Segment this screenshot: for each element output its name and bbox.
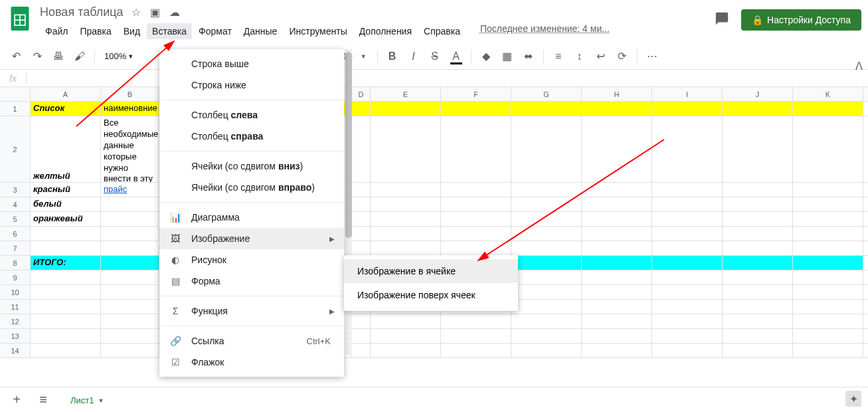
cell-D1[interactable] — [352, 102, 371, 116]
col-header-H[interactable]: H — [582, 87, 652, 101]
col-header-I[interactable]: I — [652, 87, 723, 101]
drawing-icon: ◐ — [169, 255, 182, 265]
menu-data[interactable]: Данные — [238, 23, 283, 39]
row-header-13[interactable]: 13 — [0, 329, 31, 344]
wrap-icon[interactable]: ↩ — [592, 47, 610, 66]
menu-function[interactable]: ΣФункция▶ — [159, 300, 344, 322]
sheet-tab-1[interactable]: Лист1▼ — [60, 390, 114, 409]
row-header-4[interactable]: 4 — [0, 197, 31, 212]
rotate-icon[interactable]: ⟳ — [613, 47, 632, 66]
menu-drawing[interactable]: ◐Рисунок — [159, 249, 344, 270]
menu-chart[interactable]: 📊Диаграмма — [159, 207, 344, 228]
col-header-B[interactable]: B — [101, 87, 159, 101]
menu-addons[interactable]: Дополнения — [354, 23, 417, 39]
redo-icon[interactable]: ↷ — [28, 47, 46, 66]
explore-button[interactable]: ✦ — [845, 391, 861, 407]
valign-icon[interactable]: ↕ — [570, 47, 589, 66]
more-icon[interactable]: ⋯ — [643, 47, 661, 66]
col-header-A[interactable]: A — [31, 87, 101, 101]
menu-help[interactable]: Справка — [418, 23, 466, 39]
cell-B1[interactable]: наименовние — [101, 102, 159, 116]
cell-I1[interactable] — [652, 102, 723, 116]
row-header-6[interactable]: 6 — [0, 227, 31, 241]
menu-form[interactable]: ▤Форма — [159, 270, 344, 292]
italic-icon[interactable]: I — [404, 47, 423, 66]
submenu-image-in-cell[interactable]: Изображение в ячейке — [344, 259, 518, 283]
cell-A5[interactable]: оранжевый — [31, 212, 101, 226]
row-header-11[interactable]: 11 — [0, 300, 31, 314]
row-header-7[interactable]: 7 — [0, 241, 31, 256]
tab-menu-icon[interactable]: ▼ — [98, 397, 104, 404]
menu-edit[interactable]: Правка — [74, 23, 116, 39]
cell-K1[interactable] — [793, 102, 863, 116]
undo-icon[interactable]: ↶ — [7, 47, 25, 66]
strikethrough-icon[interactable]: S — [426, 47, 444, 66]
star-icon[interactable]: ☆ — [131, 6, 141, 19]
cell-A4[interactable]: белый — [31, 197, 101, 211]
menu-cells-right[interactable]: Ячейки (со сдвигом вправо) — [159, 177, 344, 198]
cell-A2[interactable]: желтый — [31, 116, 101, 182]
doc-title[interactable]: Новая таблица — [40, 5, 124, 19]
cell-B3[interactable]: прайс — [101, 183, 159, 197]
col-header-F[interactable]: F — [441, 87, 511, 101]
col-header-K[interactable]: K — [793, 87, 863, 101]
cell-D2[interactable] — [352, 116, 371, 182]
menu-insert[interactable]: Вставка — [147, 23, 192, 39]
row-header-3[interactable]: 3 — [0, 183, 31, 197]
row-header-14[interactable]: 14 — [0, 344, 31, 358]
move-icon[interactable]: ▣ — [150, 6, 160, 19]
all-sheets-button[interactable]: ≡ — [33, 390, 53, 410]
print-icon[interactable]: 🖶 — [49, 47, 68, 66]
halign-icon[interactable]: ≡ — [549, 47, 568, 66]
cell-F1[interactable] — [441, 102, 511, 116]
menu-checkbox[interactable]: ☑Флажок — [159, 352, 344, 373]
menu-view[interactable]: Вид — [118, 23, 145, 39]
zoom-selector[interactable]: 100% ▼ — [100, 50, 137, 62]
cell-A8[interactable]: ИТОГО: — [31, 256, 101, 270]
row-header-10[interactable]: 10 — [0, 285, 31, 300]
cell-B2[interactable]: Все необходимые данные которые нужно вне… — [101, 116, 159, 182]
row-header-8[interactable]: 8 — [0, 256, 31, 270]
add-sheet-button[interactable]: + — [7, 390, 27, 410]
borders-icon[interactable]: ▦ — [498, 47, 517, 66]
row-header-9[interactable]: 9 — [0, 270, 31, 285]
cell-A3[interactable]: красный — [31, 183, 101, 197]
text-color-icon[interactable]: A — [447, 47, 466, 66]
menu-row-below[interactable]: Строка ниже — [159, 74, 344, 96]
row-header-5[interactable]: 5 — [0, 212, 31, 227]
row-header-2[interactable]: 2 — [0, 116, 31, 183]
menu-col-right[interactable]: Столбец справа — [159, 126, 344, 147]
sheets-logo[interactable] — [7, 5, 33, 32]
fill-color-icon[interactable]: ◆ — [477, 47, 495, 66]
row-header-1[interactable]: 1 — [0, 102, 31, 116]
menu-row-above[interactable]: Строка выше — [159, 53, 344, 74]
paint-format-icon[interactable]: 🖌 — [70, 47, 89, 66]
menu-tools[interactable]: Инструменты — [284, 23, 352, 39]
col-header-E[interactable]: E — [371, 87, 441, 101]
menu-format[interactable]: Формат — [193, 23, 237, 39]
share-button[interactable]: 🔒 Настройки Доступа — [741, 9, 861, 31]
col-header-G[interactable]: G — [511, 87, 582, 101]
cell-G1[interactable] — [511, 102, 582, 116]
menu-file[interactable]: Файл — [40, 23, 73, 39]
menu-image[interactable]: 🖼Изображение▶ — [159, 228, 344, 249]
submenu-arrow-icon: ▶ — [329, 308, 335, 315]
comments-icon[interactable] — [715, 11, 729, 29]
collapse-chevron-icon[interactable]: ᐱ — [855, 60, 863, 72]
cell-J1[interactable] — [723, 102, 793, 116]
cell-H1[interactable] — [582, 102, 652, 116]
cloud-icon[interactable]: ☁ — [169, 6, 180, 19]
bold-icon[interactable]: B — [383, 47, 402, 66]
last-edit[interactable]: Последнее изменение: 4 ми... — [480, 23, 610, 39]
select-all-corner[interactable] — [0, 87, 31, 101]
submenu-image-over-cells[interactable]: Изображение поверх ячеек — [344, 283, 518, 307]
menu-link[interactable]: 🔗СсылкаCtrl+K — [159, 330, 344, 352]
cell-A1[interactable]: Список — [31, 102, 101, 116]
col-header-D[interactable]: D — [352, 87, 371, 101]
menu-col-left[interactable]: Столбец слева — [159, 104, 344, 126]
menu-cells-down[interactable]: Ячейки (со сдвигом вниз) — [159, 155, 344, 177]
row-header-12[interactable]: 12 — [0, 314, 31, 329]
merge-icon[interactable]: ⬌ — [519, 47, 538, 66]
col-header-J[interactable]: J — [723, 87, 793, 101]
cell-E1[interactable] — [371, 102, 441, 116]
